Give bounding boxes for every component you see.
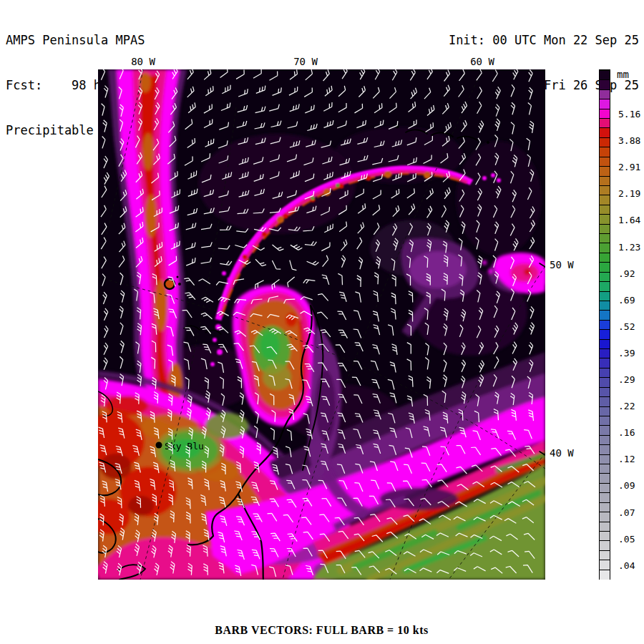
colorbar-cell xyxy=(600,339,610,349)
colorbar xyxy=(599,69,610,580)
colorbar-tick-value: 1.23 xyxy=(618,242,640,253)
colorbar-cell xyxy=(600,435,610,445)
colorbar-cell xyxy=(600,99,610,109)
lon-label-70w: 70 W xyxy=(284,56,327,67)
colorbar-tick-value: .29 xyxy=(618,374,635,385)
colorbar-unit: mm xyxy=(617,69,629,80)
colorbar-cell xyxy=(600,118,610,128)
colorbar-cell xyxy=(600,502,610,512)
colorbar-cell xyxy=(600,387,610,397)
colorbar-cell xyxy=(600,176,610,186)
colorbar-cell xyxy=(600,301,610,311)
init-time: Init: 00 UTC Mon 22 Sep 25 xyxy=(441,33,639,48)
colorbar-tick-value: .52 xyxy=(618,321,635,332)
colorbar-tick-value: .07 xyxy=(618,507,635,518)
colorbar-cell xyxy=(600,147,610,157)
colorbar-cell xyxy=(600,185,610,195)
colorbar-cell xyxy=(600,243,610,253)
precipitable-water-map: Sky Blu xyxy=(98,69,545,580)
colorbar-cell xyxy=(600,320,610,330)
colorbar-cell xyxy=(600,416,610,426)
colorbar-cell xyxy=(600,157,610,167)
barb-legend-caption: BARB VECTORS: FULL BARB = 10 kts xyxy=(98,624,545,637)
colorbar-cell xyxy=(600,272,610,282)
colorbar-tick-value: .05 xyxy=(618,534,635,545)
colorbar-tick-value: .22 xyxy=(618,401,635,411)
colorbar-cell xyxy=(600,492,610,502)
colorbar-cell xyxy=(600,137,610,147)
colorbar-cell xyxy=(600,522,610,532)
colorbar-cell xyxy=(600,464,610,474)
colorbar-tick-value: 3.88 xyxy=(618,135,640,146)
lon-label-60w: 60 W xyxy=(461,56,504,67)
colorbar-cell xyxy=(600,483,610,493)
colorbar-cell xyxy=(600,281,610,291)
colorbar-cell xyxy=(600,512,610,522)
colorbar-cell xyxy=(600,396,610,406)
colorbar-cell xyxy=(600,454,610,464)
colorbar-tick-value: .39 xyxy=(618,348,635,358)
colorbar-cell xyxy=(600,444,610,454)
colorbar-tick-value: 1.64 xyxy=(618,215,640,225)
colorbar-tick-value: 5.16 xyxy=(618,109,640,119)
colorbar-cell xyxy=(600,368,610,378)
colorbar-cell xyxy=(600,205,610,215)
lon-label-40w: 40 W xyxy=(550,447,574,459)
colorbar-cell xyxy=(600,291,610,301)
colorbar-cell xyxy=(600,473,610,483)
colorbar-cell xyxy=(600,233,610,243)
model-title: AMPS Peninsula MPAS xyxy=(6,33,182,48)
colorbar-cell xyxy=(600,540,610,550)
colorbar-cell xyxy=(600,425,610,435)
colorbar-cell xyxy=(600,570,610,580)
colorbar-cell xyxy=(600,560,610,570)
colorbar-tick-value: .12 xyxy=(618,454,635,464)
colorbar-cell xyxy=(600,253,610,263)
colorbar-cell xyxy=(600,262,610,272)
colorbar-cell xyxy=(600,377,610,387)
colorbar-cell xyxy=(600,550,610,560)
colorbar-cell xyxy=(600,224,610,234)
colorbar-cell xyxy=(600,89,610,99)
colorbar-cell xyxy=(600,214,610,224)
colorbar-cell xyxy=(600,310,610,320)
colorbar-cell xyxy=(600,166,610,176)
colorbar-tick-value: 2.19 xyxy=(618,188,640,199)
colorbar-tick-value: .09 xyxy=(618,480,635,491)
colorbar-cell xyxy=(600,406,610,416)
weather-plot-page: AMPS Peninsula MPAS Fcst: 98 h Precipita… xyxy=(0,0,644,644)
colorbar-tick-value: .92 xyxy=(618,268,635,279)
map-canvas: Sky Blu xyxy=(98,69,545,580)
colorbar-tick-value: .04 xyxy=(618,560,635,571)
colorbar-cell xyxy=(600,329,610,339)
colorbar-cell xyxy=(600,348,610,358)
lon-label-50w: 50 W xyxy=(550,259,574,270)
colorbar-cell xyxy=(600,195,610,205)
colorbar-cell xyxy=(600,109,610,119)
colorbar-cell xyxy=(600,531,610,541)
colorbar-tick-value: .16 xyxy=(618,427,635,438)
colorbar-cell xyxy=(600,70,610,80)
station-dot xyxy=(156,442,162,449)
colorbar-cell xyxy=(600,127,610,137)
colorbar-cell xyxy=(600,358,610,368)
colorbar-tick-value: .69 xyxy=(618,295,635,306)
colorbar-tick-value: 2.91 xyxy=(618,162,640,172)
colorbar-cell xyxy=(600,79,610,89)
lon-label-80w: 80 W xyxy=(122,56,165,67)
